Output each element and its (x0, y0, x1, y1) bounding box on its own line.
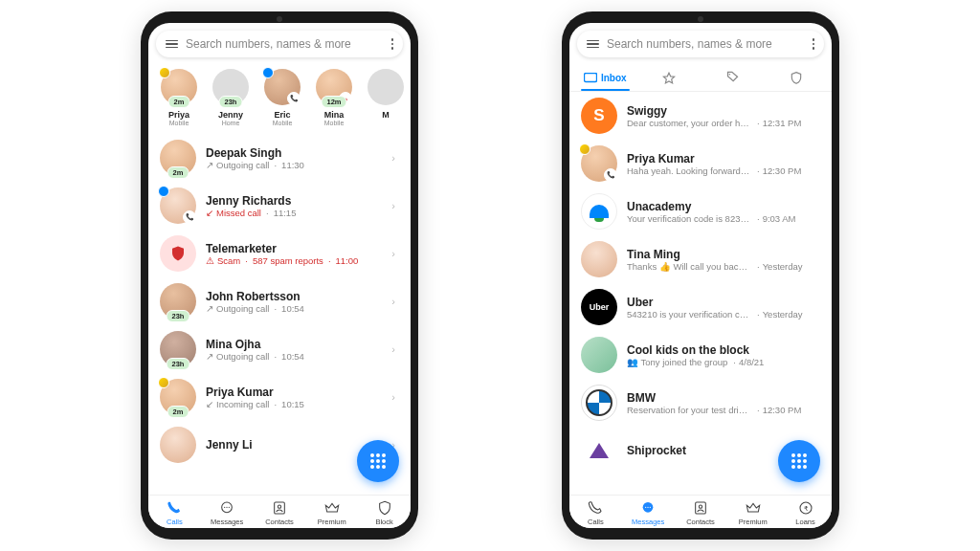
message-list[interactable]: SSwiggyDear customer, your order has...1… (569, 92, 832, 495)
verified-badge-icon (159, 67, 170, 78)
sender-name: Tina Ming (627, 248, 820, 261)
frequent-contact[interactable]: 📞EricMobile (261, 69, 303, 126)
contact-name: Deepak Singh (206, 146, 378, 160)
call-log-row[interactable]: 23hJohn Robertsson↗Outgoing call10:54› (148, 277, 411, 325)
tag-icon (725, 71, 740, 85)
message-icon (639, 499, 657, 517)
nav-label: Contacts (265, 518, 294, 526)
message-preview: 543210 is your verification co... (627, 309, 751, 320)
sender-name: Priya Kumar (627, 152, 820, 165)
tab-offers[interactable] (701, 65, 765, 91)
svg-point-3 (229, 507, 230, 508)
time-badge: 2m (168, 96, 190, 108)
call-detail: ↙Missed call11:15 (206, 208, 378, 218)
search-input[interactable]: Search numbers, names & more (607, 37, 805, 51)
message-row[interactable]: Tina MingThanks 👍 Will call you back s..… (569, 235, 832, 283)
message-row[interactable]: BMWReservation for your test drive...12:… (569, 379, 832, 427)
tab-starred[interactable] (637, 65, 702, 91)
search-bar[interactable]: Search numbers, names & more (577, 31, 824, 57)
svg-point-1 (224, 507, 225, 508)
frequent-contact[interactable]: 23hJennyHome (210, 69, 252, 126)
menu-icon[interactable] (587, 40, 599, 49)
contact-name: Priya Kumar (206, 386, 378, 399)
frequent-contact[interactable]: 2mPriyaMobile (158, 69, 200, 126)
bottom-navigation: CallsMessagesContactsPremiumBlock (148, 495, 411, 528)
overflow-menu-icon[interactable] (813, 38, 815, 50)
call-log-row[interactable]: 2mPriya Kumar↙Incoming call10:15› (148, 373, 411, 421)
svg-point-5 (278, 505, 280, 508)
svg-point-13 (699, 505, 702, 508)
call-log-row[interactable]: 📞Jenny Richards↙Missed call11:15› (148, 182, 411, 230)
avatar: S (581, 98, 617, 134)
svg-point-10 (648, 507, 649, 508)
nav-label: Loans (795, 518, 814, 526)
avatar (581, 385, 617, 421)
nav-item-premium[interactable]: Premium (726, 499, 779, 526)
search-input[interactable]: Search numbers, names & more (186, 37, 384, 51)
message-row[interactable]: SSwiggyDear customer, your order has...1… (569, 92, 832, 140)
nav-item-calls[interactable]: Calls (569, 499, 622, 526)
message-row[interactable]: 📞Priya KumarHaha yeah. Looking forward t… (569, 140, 832, 187)
svg-text:₹: ₹ (804, 504, 809, 513)
dialpad-icon (791, 453, 807, 469)
message-time: 12:30 PM (754, 405, 801, 415)
overflow-menu-icon[interactable] (391, 38, 394, 50)
avatar (160, 427, 196, 463)
message-preview: Dear customer, your order has... (627, 118, 751, 128)
phone-icon (166, 499, 183, 517)
message-time: 9:03 AM (754, 213, 796, 224)
avatar (160, 235, 196, 272)
call-status-icon: 📞 (183, 210, 196, 224)
message-row[interactable]: Cool kids on the block👥 Tony joined the … (569, 331, 832, 379)
frequent-contacts-row[interactable]: 2mPriyaMobile23hJennyHome📞EricMobile●12m… (148, 65, 411, 134)
dialpad-fab[interactable] (357, 440, 399, 482)
nav-item-calls[interactable]: Calls (148, 499, 201, 526)
verified-badge-icon (262, 67, 274, 78)
time-badge: 23h (167, 310, 190, 322)
message-icon (218, 499, 235, 517)
verified-badge-icon (158, 377, 169, 388)
chevron-right-icon[interactable]: › (388, 148, 399, 167)
rupee-icon: ₹ (797, 499, 814, 517)
message-preview: Your verification code is 823-21... (627, 213, 751, 224)
nav-item-contacts[interactable]: Contacts (254, 499, 306, 526)
frequent-contact[interactable]: M (365, 69, 407, 126)
call-log-row[interactable]: 2mDeepak Singh↗Outgoing call11:30› (148, 134, 411, 182)
compose-fab[interactable] (778, 440, 820, 482)
avatar (581, 241, 617, 277)
nav-item-premium[interactable]: Premium (305, 499, 358, 526)
call-detail: ⚠Scam587 spam reports11:00 (206, 255, 378, 266)
nav-item-messages[interactable]: Messages (622, 499, 675, 526)
message-preview: 👥 Tony joined the group (627, 357, 727, 367)
chevron-right-icon[interactable]: › (388, 244, 399, 263)
message-row[interactable]: UnacademyYour verification code is 823-2… (569, 187, 832, 235)
inbox-icon (584, 73, 597, 83)
search-bar[interactable]: Search numbers, names & more (156, 31, 403, 57)
call-log-row[interactable]: Telemarketer⚠Scam587 spam reports11:00› (148, 230, 411, 277)
time-badge: 2m (167, 166, 189, 179)
contact-icon (692, 499, 709, 517)
call-log-row[interactable]: 23hMina Ojha↗Outgoing call10:54› (148, 325, 411, 373)
chevron-right-icon[interactable]: › (388, 387, 399, 407)
menu-icon[interactable] (166, 40, 178, 49)
time-badge: 23h (219, 96, 243, 108)
phone-calls-screen: Search numbers, names & more 2mPriyaMobi… (141, 11, 418, 540)
contact-name: M (382, 110, 390, 120)
crown-icon (323, 499, 341, 517)
nav-item-contacts[interactable]: Contacts (675, 499, 727, 526)
chevron-right-icon[interactable]: › (388, 340, 399, 359)
contact-subtitle: Home (222, 120, 240, 126)
message-row[interactable]: UberUber543210 is your verification co..… (569, 283, 832, 331)
chevron-right-icon[interactable]: › (388, 292, 399, 311)
contact-name: Jenny Li (206, 438, 378, 452)
tab-spam[interactable] (765, 65, 829, 91)
message-time: 12:31 PM (754, 118, 801, 128)
tab-inbox[interactable]: Inbox (573, 65, 637, 91)
nav-item-messages[interactable]: Messages (201, 499, 254, 526)
call-status-icon: 📞 (287, 92, 301, 105)
chevron-right-icon[interactable]: › (388, 196, 399, 215)
nav-item-block[interactable]: Block (358, 499, 411, 526)
shiprocket-logo-icon (590, 443, 609, 458)
frequent-contact[interactable]: ●12mMinaMobile (313, 69, 355, 126)
nav-item-loans[interactable]: ₹Loans (779, 499, 832, 526)
